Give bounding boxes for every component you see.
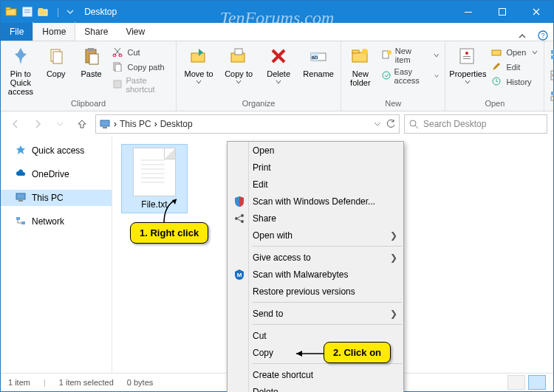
- ctx-item-edit[interactable]: Edit: [228, 176, 403, 193]
- history-icon: [491, 76, 503, 88]
- sidebar-item-thispc[interactable]: This PC: [1, 190, 112, 206]
- ctx-item-delete[interactable]: Delete: [228, 383, 403, 392]
- ctx-item-send-to[interactable]: Send to❯: [228, 305, 403, 322]
- ctx-item-scan-with-malwarebytes[interactable]: MScan with Malwarebytes: [228, 266, 403, 283]
- chevron-right-icon[interactable]: ›: [154, 119, 157, 129]
- copyto-icon: [227, 44, 250, 68]
- properties-button[interactable]: Properties: [448, 43, 487, 86]
- svg-text:ab: ab: [312, 54, 318, 61]
- newfolder-button[interactable]: New folder: [344, 43, 376, 89]
- newitem-button[interactable]: New item: [378, 46, 442, 65]
- tab-share[interactable]: Share: [75, 23, 117, 41]
- paste-button[interactable]: Paste: [75, 43, 109, 80]
- newfolder-icon: [349, 44, 372, 68]
- selectnone-button[interactable]: Select none: [547, 66, 554, 86]
- ctx-item-create-shortcut[interactable]: Create shortcut: [228, 366, 403, 383]
- svg-rect-52: [103, 127, 107, 128]
- svg-rect-7: [465, 12, 472, 13]
- svg-rect-3: [24, 10, 30, 10]
- ctx-item-scan-with-windows-defender[interactable]: Scan with Windows Defender...: [228, 193, 403, 210]
- sidebar-item-network[interactable]: Network: [1, 213, 112, 230]
- nav-up-icon[interactable]: [73, 115, 91, 133]
- ctx-item-restore-previous-versions[interactable]: Restore previous versions: [228, 283, 403, 300]
- pin-icon: [9, 44, 33, 68]
- ctx-item-open[interactable]: Open: [228, 142, 403, 159]
- svg-text:?: ?: [541, 32, 544, 39]
- svg-rect-4: [24, 12, 30, 13]
- delete-button[interactable]: Delete: [259, 43, 298, 86]
- callout-2: 2. Click on: [324, 342, 391, 363]
- ctx-label: Create shortcut: [253, 370, 313, 380]
- refresh-icon[interactable]: [386, 119, 396, 129]
- ribbon-tabs: File Home Share View ?: [1, 23, 553, 41]
- view-details-button[interactable]: [507, 375, 525, 390]
- chevron-right-icon: ❯: [390, 230, 397, 241]
- breadcrumb-root[interactable]: This PC: [120, 119, 151, 129]
- view-large-button[interactable]: [528, 375, 546, 390]
- rename-button[interactable]: abRename: [299, 43, 338, 80]
- ctx-item-share[interactable]: Share: [228, 210, 403, 227]
- invertsel-button[interactable]: Invert selection: [547, 87, 554, 106]
- nav-recent-icon[interactable]: [51, 115, 69, 133]
- svg-rect-56: [16, 217, 20, 220]
- easyaccess-button[interactable]: Easy access: [378, 66, 442, 86]
- qat-newfolder-icon[interactable]: [38, 6, 49, 18]
- edit-icon: [491, 61, 503, 73]
- ctx-label: Give access to: [253, 252, 311, 263]
- sidebar-item-onedrive[interactable]: OneDrive: [1, 166, 112, 182]
- maximize-button[interactable]: [485, 1, 519, 23]
- selectall-button[interactable]: Select all: [547, 46, 554, 65]
- search-input[interactable]: Search Desktop: [404, 114, 547, 134]
- qat-sep: |: [57, 7, 59, 17]
- tab-view[interactable]: View: [117, 23, 154, 41]
- pc-icon: [99, 118, 111, 130]
- help-icon[interactable]: ?: [533, 30, 553, 41]
- sidebar-item-quickaccess[interactable]: Quick access: [1, 142, 112, 159]
- tab-home[interactable]: Home: [33, 21, 75, 41]
- open-button[interactable]: Open: [488, 46, 541, 59]
- ribbon-group-clipboard: Pin to Quick access Copy Paste Cut Copy …: [1, 41, 177, 111]
- share-icon: [233, 213, 245, 224]
- chevron-down-icon[interactable]: [374, 120, 381, 128]
- svg-point-66: [241, 220, 244, 223]
- pasteshortcut-button[interactable]: Paste shortcut: [109, 75, 173, 94]
- address-bar[interactable]: › This PC › Desktop: [95, 114, 400, 134]
- qat-dropdown-icon[interactable]: [66, 8, 74, 16]
- pin-button[interactable]: Pin to Quick access: [4, 43, 38, 97]
- nav-back-icon[interactable]: [7, 115, 24, 133]
- copypath-button[interactable]: Copy path: [109, 61, 173, 74]
- chevron-right-icon[interactable]: ›: [114, 119, 117, 129]
- nav-forward-icon[interactable]: [29, 115, 47, 133]
- copy-icon: [44, 44, 68, 68]
- breadcrumb-folder[interactable]: Desktop: [160, 119, 193, 129]
- ribbon: Pin to Quick access Copy Paste Cut Copy …: [1, 41, 553, 111]
- ribbon-collapse-icon[interactable]: [512, 32, 533, 41]
- moveto-icon: [187, 44, 211, 68]
- ctx-item-print[interactable]: Print: [228, 159, 403, 176]
- tab-file[interactable]: File: [1, 23, 33, 41]
- qat-properties-icon[interactable]: [21, 6, 33, 18]
- ribbon-group-open: Properties Open Edit History Open: [445, 41, 544, 111]
- svg-rect-15: [89, 54, 98, 64]
- close-button[interactable]: [519, 1, 553, 23]
- copy-button[interactable]: Copy: [39, 43, 73, 80]
- edit-button[interactable]: Edit: [488, 61, 541, 74]
- ribbon-group-organize: Move to Copy to Delete abRename Organize: [177, 41, 341, 111]
- svg-rect-55: [18, 200, 23, 202]
- moveto-button[interactable]: Move to: [179, 43, 218, 86]
- ctx-item-open-with[interactable]: Open with❯: [228, 227, 403, 244]
- group-label: New: [344, 99, 442, 111]
- ctx-label: Send to: [253, 309, 283, 319]
- ctx-label: Scan with Malwarebytes: [253, 269, 348, 280]
- minimize-button[interactable]: [451, 1, 485, 23]
- ctx-item-give-access-to[interactable]: Give access to❯: [228, 249, 403, 266]
- paste-icon: [80, 44, 103, 68]
- chevron-right-icon: ❯: [390, 309, 397, 319]
- ctx-label: Edit: [253, 179, 268, 190]
- explorer-icon: [5, 6, 17, 18]
- copyto-button[interactable]: Copy to: [219, 43, 258, 86]
- history-button[interactable]: History: [488, 75, 541, 89]
- easyaccess-icon: [381, 70, 391, 82]
- cut-button[interactable]: Cut: [109, 46, 173, 59]
- search-icon: [409, 120, 419, 129]
